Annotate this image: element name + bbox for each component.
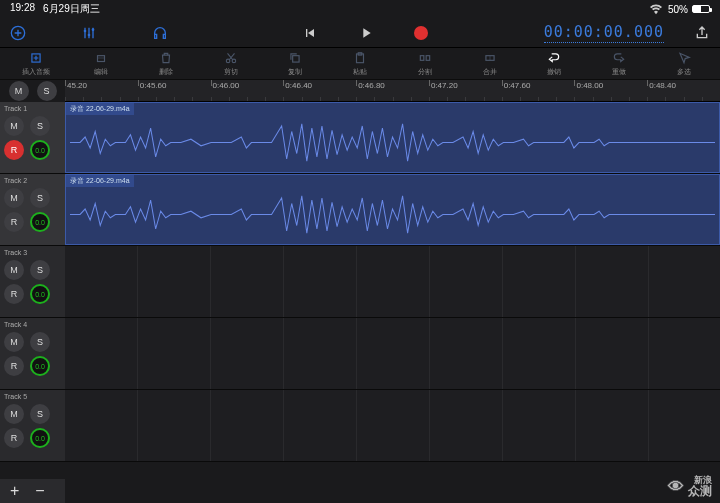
arm-record-button[interactable]: R bbox=[4, 140, 24, 160]
mute-button[interactable]: M bbox=[4, 188, 24, 208]
solo-button[interactable]: S bbox=[30, 260, 50, 280]
paste-button[interactable]: 粘贴 bbox=[328, 51, 393, 77]
record-button[interactable] bbox=[414, 26, 428, 40]
mute-button[interactable]: M bbox=[4, 116, 24, 136]
status-bar: 19:28 6月29日周三 50% bbox=[0, 0, 720, 18]
track-name: Track 1 bbox=[4, 105, 61, 112]
clip-label: 录音 22-06-29.m4a bbox=[66, 175, 134, 187]
track-row: Track 3 M S R 0.0 bbox=[0, 246, 720, 318]
level-meter: 0.0 bbox=[30, 284, 50, 304]
svg-rect-11 bbox=[420, 55, 424, 60]
headphones-icon[interactable] bbox=[152, 25, 168, 41]
insert-audio-button[interactable]: 插入音频 bbox=[4, 51, 69, 77]
track-header[interactable]: Track 3 M S R 0.0 bbox=[0, 246, 65, 317]
arm-record-button[interactable]: R bbox=[4, 284, 24, 304]
arm-record-button[interactable]: R bbox=[4, 212, 24, 232]
mute-button[interactable]: M bbox=[4, 404, 24, 424]
level-meter: 0.0 bbox=[30, 212, 50, 232]
track-lane[interactable]: 录音 22-06-29.m4a bbox=[65, 102, 720, 173]
track-lane[interactable]: 录音 22-06-29.m4a bbox=[65, 174, 720, 245]
waveform bbox=[70, 187, 715, 242]
track-name: Track 2 bbox=[4, 177, 61, 184]
mute-button[interactable]: M bbox=[4, 260, 24, 280]
track-add-remove-bar: + − bbox=[0, 479, 65, 503]
track-row: Track 5 M S R 0.0 bbox=[0, 390, 720, 462]
status-date: 6月29日周三 bbox=[43, 2, 100, 16]
sliders-icon[interactable] bbox=[81, 25, 97, 41]
edit-toolbar: 插入音频 编辑 删除 剪切 复制 粘贴 分割 合并 撤销 重做 多选 bbox=[0, 48, 720, 80]
track-header[interactable]: Track 1 M S R 0.0 bbox=[0, 102, 65, 173]
level-meter: 0.0 bbox=[30, 140, 50, 160]
solo-button[interactable]: S bbox=[30, 404, 50, 424]
split-button[interactable]: 分割 bbox=[392, 51, 457, 77]
track-row: Track 2 M S R 0.0 录音 22-06-29.m4a bbox=[0, 174, 720, 246]
watermark: 👁 新浪 众测 bbox=[668, 476, 712, 497]
status-time: 19:28 bbox=[10, 2, 35, 16]
master-solo-button[interactable]: S bbox=[37, 81, 57, 101]
arm-record-button[interactable]: R bbox=[4, 356, 24, 376]
track-header[interactable]: Track 5 M S R 0.0 bbox=[0, 390, 65, 461]
play-icon[interactable] bbox=[358, 25, 374, 41]
tracks-area: Track 1 M S R 0.0 录音 22-06-29.m4a Track … bbox=[0, 102, 720, 479]
track-lane[interactable] bbox=[65, 246, 720, 317]
timeline-ruler[interactable]: M S 45.20 0:45.60 0:46.00 0:46.40 0:46.8… bbox=[65, 80, 720, 102]
track-row: Track 4 M S R 0.0 bbox=[0, 318, 720, 390]
svg-point-1 bbox=[84, 29, 87, 32]
eye-icon: 👁 bbox=[668, 479, 684, 495]
mute-button[interactable]: M bbox=[4, 332, 24, 352]
merge-button[interactable]: 合并 bbox=[457, 51, 522, 77]
level-meter: 0.0 bbox=[30, 428, 50, 448]
track-name: Track 5 bbox=[4, 393, 61, 400]
track-name: Track 3 bbox=[4, 249, 61, 256]
add-track-button[interactable]: + bbox=[10, 482, 19, 500]
track-header[interactable]: Track 4 M S R 0.0 bbox=[0, 318, 65, 389]
svg-rect-8 bbox=[293, 55, 299, 61]
copy-button[interactable]: 复制 bbox=[263, 51, 328, 77]
level-meter: 0.0 bbox=[30, 356, 50, 376]
track-lane[interactable] bbox=[65, 390, 720, 461]
svg-rect-12 bbox=[426, 55, 430, 60]
remove-track-button[interactable]: − bbox=[35, 482, 44, 500]
delete-button[interactable]: 删除 bbox=[133, 51, 198, 77]
skip-back-icon[interactable] bbox=[302, 25, 318, 41]
timecode-display[interactable]: 00:00:00.000 bbox=[544, 23, 664, 43]
master-mute-button[interactable]: M bbox=[9, 81, 29, 101]
undo-button[interactable]: 撤销 bbox=[522, 51, 587, 77]
track-lane[interactable] bbox=[65, 318, 720, 389]
audio-clip[interactable]: 录音 22-06-29.m4a bbox=[65, 102, 720, 173]
arm-record-button[interactable]: R bbox=[4, 428, 24, 448]
multiselect-button[interactable]: 多选 bbox=[651, 51, 716, 77]
edit-button[interactable]: 编辑 bbox=[69, 51, 134, 77]
add-icon[interactable] bbox=[10, 25, 26, 41]
redo-button[interactable]: 重做 bbox=[587, 51, 652, 77]
battery-icon bbox=[692, 5, 710, 13]
track-row: Track 1 M S R 0.0 录音 22-06-29.m4a bbox=[0, 102, 720, 174]
wifi-icon bbox=[648, 1, 664, 17]
svg-point-3 bbox=[92, 28, 95, 31]
solo-button[interactable]: S bbox=[30, 332, 50, 352]
track-name: Track 4 bbox=[4, 321, 61, 328]
waveform bbox=[70, 115, 715, 170]
svg-rect-5 bbox=[98, 55, 105, 61]
battery-pct: 50% bbox=[668, 4, 688, 15]
cut-button[interactable]: 剪切 bbox=[198, 51, 263, 77]
transport-bar: 00:00:00.000 bbox=[0, 18, 720, 48]
audio-clip[interactable]: 录音 22-06-29.m4a bbox=[65, 174, 720, 245]
solo-button[interactable]: S bbox=[30, 188, 50, 208]
clip-label: 录音 22-06-29.m4a bbox=[66, 103, 134, 115]
solo-button[interactable]: S bbox=[30, 116, 50, 136]
track-header[interactable]: Track 2 M S R 0.0 bbox=[0, 174, 65, 245]
share-icon[interactable] bbox=[694, 25, 710, 41]
svg-point-2 bbox=[88, 33, 91, 36]
